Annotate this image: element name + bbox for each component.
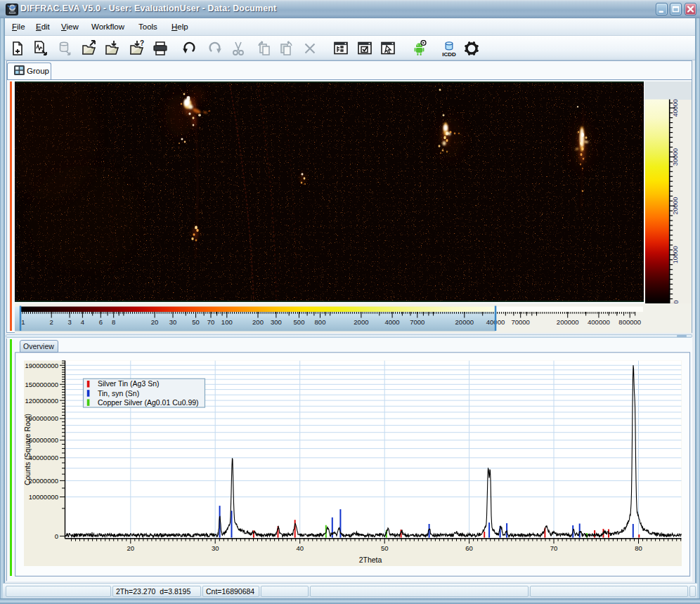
svg-text:?: ? xyxy=(140,40,144,47)
svg-text:100: 100 xyxy=(221,318,233,326)
svg-text:200000: 200000 xyxy=(557,318,579,326)
svg-text:20: 20 xyxy=(127,544,135,552)
svg-text:Silver Tin (Ag3 Sn): Silver Tin (Ag3 Sn) xyxy=(98,379,160,388)
svg-text:70: 70 xyxy=(207,318,215,326)
svg-text:120000000: 120000000 xyxy=(25,397,58,405)
svg-text:4000: 4000 xyxy=(385,318,400,326)
svg-text:3: 3 xyxy=(67,318,71,326)
svg-text:Copper Silver (Ag0.01 Cu0.99): Copper Silver (Ag0.01 Cu0.99) xyxy=(98,398,199,407)
svg-text:500: 500 xyxy=(294,318,305,326)
svg-text:20000: 20000 xyxy=(455,318,474,326)
svg-text:8: 8 xyxy=(112,318,115,326)
svg-text:40: 40 xyxy=(296,544,304,552)
svg-text:800000: 800000 xyxy=(618,318,641,326)
svg-text:40000: 40000 xyxy=(673,99,680,117)
svg-text:6: 6 xyxy=(99,318,103,326)
svg-text:2000: 2000 xyxy=(354,318,368,326)
svg-text:20000: 20000 xyxy=(673,197,680,215)
svg-text:2: 2 xyxy=(50,318,53,326)
svg-text:0: 0 xyxy=(55,532,58,540)
svg-text:60000000: 60000000 xyxy=(29,436,58,444)
svg-text:70000: 70000 xyxy=(511,318,529,326)
svg-text:200: 200 xyxy=(252,318,264,326)
svg-text:80: 80 xyxy=(635,544,642,552)
svg-text:50: 50 xyxy=(381,544,389,552)
svg-text:40000000: 40000000 xyxy=(29,454,58,461)
svg-text:30000: 30000 xyxy=(673,148,680,166)
svg-text:60: 60 xyxy=(465,544,473,552)
svg-text:ICDD: ICDD xyxy=(442,51,456,57)
svg-text:1: 1 xyxy=(21,318,25,326)
svg-text:7000: 7000 xyxy=(410,318,424,326)
svg-text:10000: 10000 xyxy=(673,246,680,263)
svg-text:30: 30 xyxy=(169,318,177,326)
svg-text:10000000: 10000000 xyxy=(29,493,58,501)
svg-text:4: 4 xyxy=(81,318,84,326)
svg-text:20: 20 xyxy=(151,318,159,326)
svg-text:30: 30 xyxy=(212,544,219,552)
svg-text:50: 50 xyxy=(192,318,200,326)
svg-text:190000000: 190000000 xyxy=(25,362,58,369)
svg-text:Counts (Square Root): Counts (Square Root) xyxy=(23,414,32,485)
svg-text:300: 300 xyxy=(271,318,282,326)
svg-text:2Theta: 2Theta xyxy=(359,556,382,564)
svg-text:800: 800 xyxy=(315,318,326,326)
svg-text:90000000: 90000000 xyxy=(29,414,58,422)
svg-text:400000: 400000 xyxy=(588,318,610,326)
svg-text:70: 70 xyxy=(550,544,558,552)
svg-text:20000000: 20000000 xyxy=(29,477,58,485)
svg-text:150000000: 150000000 xyxy=(25,381,58,388)
svg-text:Tin, syn (Sn): Tin, syn (Sn) xyxy=(98,389,139,398)
